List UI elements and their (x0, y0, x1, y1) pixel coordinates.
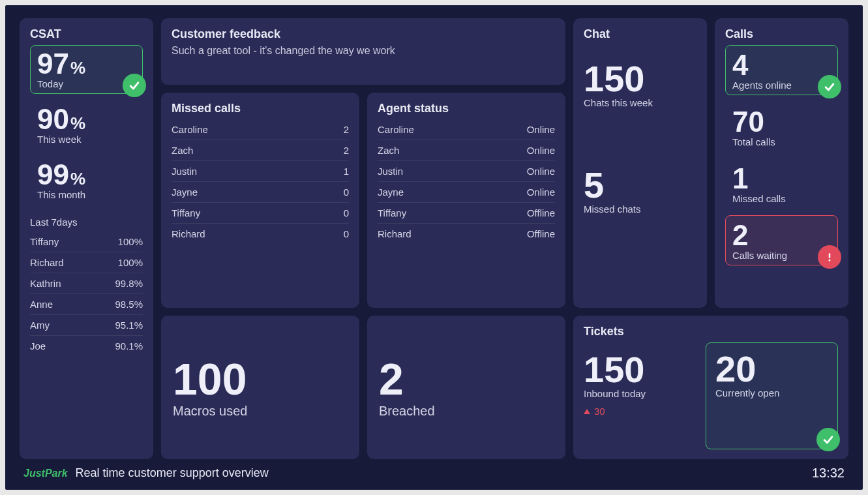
calls-total-label: Total calls (732, 136, 831, 147)
svg-point-1 (829, 260, 831, 262)
table-row: Joe90.1% (30, 336, 143, 356)
row-value: 0 (344, 228, 349, 239)
dashboard-screen: CSAT 97% Today 90% This week 99% This mo… (5, 5, 863, 490)
calls-waiting-value: 2 (732, 221, 831, 250)
breached-card: 2 Breached (367, 316, 565, 459)
row-name: Caroline (378, 124, 414, 135)
calls-agents-value: 4 (732, 51, 831, 80)
table-row: Richard100% (30, 252, 143, 273)
calls-missed-value: 1 (732, 164, 831, 193)
row-value: 90.1% (115, 340, 143, 352)
csat-week-value: 90 (37, 103, 69, 135)
row-name: Kathrin (30, 278, 61, 289)
row-name: Tiffany (172, 207, 200, 218)
footer: JustPark Real time customer support over… (20, 459, 848, 483)
clock: 13:32 (812, 466, 845, 481)
table-row: Tiffany0 (172, 203, 349, 224)
macros-value: 100 (173, 357, 348, 401)
table-row: JayneOnline (378, 182, 555, 203)
table-row: Jayne0 (172, 182, 349, 203)
calls-missed: 1 Missed calls (725, 158, 838, 209)
tickets-open: 20 Currently open (706, 342, 838, 449)
row-value: 95.1% (115, 320, 143, 331)
calls-total-value: 70 (732, 108, 831, 136)
calls-title: Calls (725, 27, 838, 41)
agent-status-list: CarolineOnlineZachOnlineJustinOnlineJayn… (378, 119, 555, 244)
row-value: 0 (344, 207, 349, 218)
calls-missed-label: Missed calls (732, 193, 831, 204)
row-value: 0 (344, 187, 349, 198)
row-name: Anne (30, 299, 53, 310)
tickets-title: Tickets (584, 325, 838, 338)
missed-calls-list: Caroline2Zach2Justin1Jayne0Tiffany0Richa… (172, 119, 349, 244)
row-value: Offline (527, 207, 555, 218)
row-value: 100% (118, 257, 143, 268)
row-name: Zach (378, 145, 399, 156)
check-icon (816, 428, 840, 451)
check-icon (818, 75, 841, 98)
chat-missed-value: 5 (584, 167, 696, 203)
csat-card: CSAT 97% Today 90% This week 99% This mo… (20, 18, 153, 459)
feedback-card: Customer feedback Such a great tool - it… (161, 18, 565, 85)
calls-agents-label: Agents online (732, 80, 831, 91)
tickets-card: Tickets 150 Inbound today 30 20 Currentl… (573, 316, 848, 459)
table-row: Caroline2 (172, 119, 349, 140)
breached-value: 2 (379, 357, 554, 401)
feedback-title: Customer feedback (172, 27, 555, 41)
row-name: Tiffany (378, 207, 406, 218)
row-value: 99.8% (115, 278, 143, 289)
row-name: Tiffany (30, 236, 59, 247)
row-value: Online (527, 166, 555, 177)
table-row: Kathrin99.8% (30, 273, 143, 294)
table-row: ZachOnline (378, 140, 555, 161)
agent-status-title: Agent status (378, 102, 555, 115)
csat-week-label: This week (37, 134, 136, 145)
chat-week-label: Chats this week (584, 97, 696, 108)
missed-calls-card: Missed calls Caroline2Zach2Justin1Jayne0… (161, 93, 359, 308)
csat-today: 97% Today (30, 45, 143, 94)
tickets-open-value: 20 (715, 351, 828, 387)
csat-last7-list: Tiffany100%Richard100%Kathrin99.8%Anne98… (30, 232, 143, 356)
csat-month: 99% This month (30, 156, 143, 205)
dashboard-grid: CSAT 97% Today 90% This week 99% This mo… (20, 18, 848, 459)
row-value: Online (527, 187, 555, 198)
row-name: Richard (30, 257, 64, 268)
table-row: Amy95.1% (30, 315, 143, 336)
csat-today-label: Today (37, 78, 136, 89)
table-row: Justin1 (172, 161, 349, 182)
table-row: Anne98.5% (30, 294, 143, 315)
brand-logo: JustPark (23, 468, 68, 479)
table-row: CarolineOnline (378, 119, 555, 140)
row-name: Justin (378, 166, 403, 177)
missed-calls-title: Missed calls (172, 102, 349, 115)
csat-month-label: This month (37, 189, 136, 200)
calls-card: Calls 4 Agents online 70 Total calls 1 M… (715, 18, 848, 308)
table-row: JustinOnline (378, 161, 555, 182)
breached-label: Breached (379, 404, 554, 419)
csat-last7-label: Last 7days (30, 217, 143, 228)
row-name: Richard (172, 228, 205, 239)
alert-icon (818, 245, 841, 269)
table-row: RichardOffline (378, 224, 555, 244)
check-icon (123, 74, 146, 97)
macros-label: Macros used (173, 404, 348, 419)
macros-card: 100 Macros used (161, 316, 359, 459)
row-value: Online (527, 145, 555, 156)
tickets-open-label: Currently open (715, 387, 828, 398)
table-row: Zach2 (172, 140, 349, 161)
mid-row: Missed calls Caroline2Zach2Justin1Jayne0… (161, 93, 565, 308)
calls-agents: 4 Agents online (725, 45, 838, 95)
row-name: Jayne (378, 187, 404, 198)
calls-total: 70 Total calls (725, 102, 838, 152)
svg-rect-0 (829, 253, 831, 258)
table-row: Tiffany100% (30, 232, 143, 252)
table-row: TiffanyOffline (378, 203, 555, 224)
calls-waiting-label: Calls waiting (732, 250, 831, 261)
row-value: 98.5% (115, 299, 143, 310)
row-name: Amy (30, 320, 50, 331)
macros-row: 100 Macros used 2 Breached (161, 316, 565, 459)
up-triangle-icon (584, 409, 590, 414)
row-name: Caroline (172, 124, 208, 135)
agent-status-card: Agent status CarolineOnlineZachOnlineJus… (367, 93, 565, 308)
row-name: Richard (378, 228, 412, 239)
